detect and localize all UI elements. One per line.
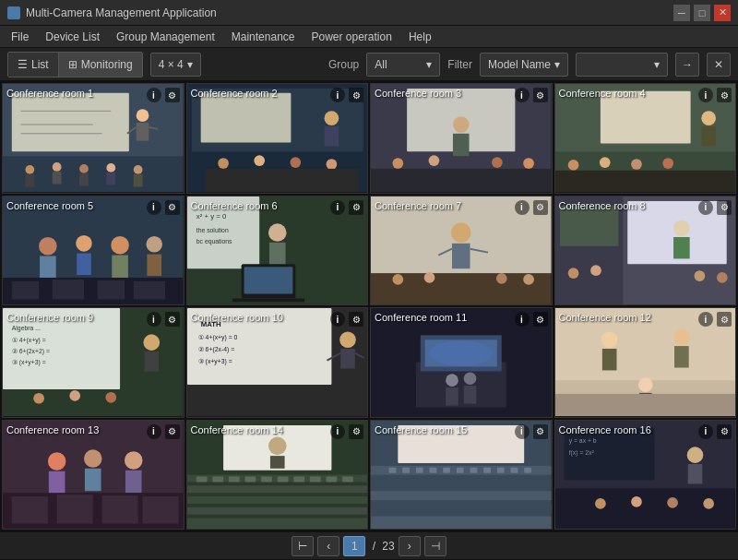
maximize-button[interactable]: □ <box>694 5 710 21</box>
svg-rect-15 <box>25 174 34 187</box>
camera-info-button-7[interactable]: i <box>515 200 530 215</box>
camera-cell-7[interactable]: Conference room 7i⚙ <box>370 196 553 306</box>
page-total: 23 <box>382 540 394 553</box>
svg-rect-51 <box>40 256 56 278</box>
camera-gear-button-2[interactable]: ⚙ <box>349 88 363 102</box>
camera-cell-4[interactable]: Conference room 4i⚙ <box>554 83 737 194</box>
camera-gear-button-4[interactable]: ⚙ <box>717 88 732 102</box>
svg-rect-143 <box>102 495 138 523</box>
camera-gear-button-13[interactable]: ⚙ <box>165 424 180 439</box>
filter-select[interactable]: Model Name ▾ <box>480 53 568 77</box>
svg-rect-167 <box>371 491 551 500</box>
svg-point-82 <box>496 273 507 284</box>
svg-point-128 <box>673 328 690 345</box>
camera-gear-button-8[interactable]: ⚙ <box>717 200 732 215</box>
svg-point-35 <box>429 155 440 166</box>
camera-gear-button-11[interactable]: ⚙ <box>533 312 548 327</box>
camera-cell-5[interactable]: Conference room 5i⚙ <box>2 196 184 306</box>
camera-gear-button-3[interactable]: ⚙ <box>533 88 548 102</box>
svg-rect-127 <box>601 349 616 370</box>
camera-cell-15[interactable]: Conference room 15i⚙ <box>370 420 553 530</box>
camera-cell-1[interactable]: Conference room 1i⚙ <box>2 83 184 194</box>
camera-info-button-16[interactable]: i <box>698 424 713 439</box>
camera-cell-3[interactable]: Conference room 3i⚙ <box>370 83 553 194</box>
camera-gear-button-9[interactable]: ⚙ <box>165 312 180 327</box>
camera-info-button-13[interactable]: i <box>147 424 161 439</box>
svg-rect-17 <box>79 173 89 186</box>
svg-point-12 <box>79 164 89 173</box>
camera-cell-13[interactable]: Conference room 13i⚙ <box>2 420 184 530</box>
camera-cell-11[interactable]: Conference room 11i⚙ <box>370 307 553 418</box>
menu-item-menu-power-op[interactable]: Power operation <box>304 29 399 45</box>
camera-info-button-14[interactable]: i <box>330 424 345 439</box>
camera-gear-button-1[interactable]: ⚙ <box>165 88 180 102</box>
camera-info-button-8[interactable]: i <box>698 200 713 215</box>
camera-info-button-4[interactable]: i <box>698 88 713 102</box>
page-number-button[interactable]: 1 <box>343 536 365 556</box>
svg-point-56 <box>146 236 162 253</box>
page-next-button[interactable]: › <box>399 536 421 556</box>
camera-info-button-6[interactable]: i <box>330 200 345 215</box>
camera-info-button-11[interactable]: i <box>515 312 530 327</box>
camera-gear-button-7[interactable]: ⚙ <box>533 200 548 215</box>
page-prev-button[interactable]: ‹ <box>317 536 339 556</box>
svg-text:f(x) = 2x²: f(x) = 2x² <box>568 449 594 457</box>
svg-rect-169 <box>371 516 551 529</box>
camera-label-15: Conference room 15 <box>375 424 467 435</box>
monitoring-view-button[interactable]: ⊞ Monitoring <box>59 53 142 77</box>
camera-cell-6[interactable]: x² + y = 0 the solution bc equations Con… <box>186 196 369 306</box>
camera-info-button-2[interactable]: i <box>330 88 345 102</box>
camera-info-button-15[interactable]: i <box>515 424 530 439</box>
camera-info-button-12[interactable]: i <box>698 312 713 327</box>
svg-rect-142 <box>57 494 93 523</box>
camera-cell-14[interactable]: Conference room 14i⚙ <box>186 420 369 530</box>
camera-info-button-1[interactable]: i <box>147 88 161 102</box>
camera-cell-9[interactable]: Algebra ... ① 4+(x+y) = ② 6+(2x+2) = ③ (… <box>2 307 184 418</box>
camera-gear-button-5[interactable]: ⚙ <box>165 200 180 215</box>
minimize-button[interactable]: ─ <box>673 5 690 21</box>
camera-info-button-3[interactable]: i <box>515 88 530 102</box>
filter-go-button[interactable]: → <box>675 53 699 77</box>
camera-cell-8[interactable]: Conference room 8i⚙ <box>554 196 737 306</box>
grid-size-select[interactable]: 4 × 4 ▾ <box>150 53 201 77</box>
camera-cell-12[interactable]: Conference room 12i⚙ <box>554 307 737 418</box>
svg-point-190 <box>631 496 642 507</box>
filter-close-button[interactable]: ✕ <box>707 53 731 77</box>
filter2-select[interactable]: ▾ <box>576 53 668 77</box>
group-select[interactable]: All ▾ <box>366 53 440 77</box>
camera-gear-button-15[interactable]: ⚙ <box>533 424 548 439</box>
svg-rect-135 <box>49 471 65 493</box>
menu-item-menu-group-mgmt[interactable]: Group Management <box>109 29 222 45</box>
camera-info-button-9[interactable]: i <box>147 312 161 327</box>
camera-gear-button-10[interactable]: ⚙ <box>349 312 363 327</box>
camera-gear-button-12[interactable]: ⚙ <box>717 312 732 327</box>
camera-label-1: Conference room 1 <box>6 88 93 99</box>
camera-cell-2[interactable]: Conference room 2i⚙ <box>186 83 369 194</box>
camera-info-button-10[interactable]: i <box>330 312 345 327</box>
group-value: All <box>375 58 387 71</box>
camera-cell-10[interactable]: MATH ① 4+(x+y) = 0 ② 6+(2x-4) = ③ (x+y+3… <box>186 307 369 418</box>
list-view-button[interactable]: ☰ List <box>8 53 59 77</box>
svg-point-26 <box>254 155 265 166</box>
close-window-button[interactable]: ✕ <box>714 5 731 21</box>
camera-label-2: Conference room 2 <box>191 88 278 99</box>
camera-cell-16[interactable]: y = ax + b f(x) = 2x² Conference room 16… <box>554 420 737 530</box>
camera-label-10: Conference room 10 <box>191 312 283 323</box>
menu-item-menu-device-list[interactable]: Device List <box>38 29 107 45</box>
svg-rect-171 <box>402 467 410 472</box>
menu-item-menu-maintenance[interactable]: Maintenance <box>224 29 303 45</box>
page-first-button[interactable]: ⊢ <box>292 536 314 556</box>
page-last-button[interactable]: ⊣ <box>424 536 446 556</box>
camera-gear-button-16[interactable]: ⚙ <box>717 424 732 439</box>
svg-text:x² + y = 0: x² + y = 0 <box>196 212 226 220</box>
title-bar-controls: ─ □ ✕ <box>673 5 731 21</box>
grid-size-arrow: ▾ <box>187 58 193 71</box>
camera-gear-button-6[interactable]: ⚙ <box>349 200 363 215</box>
camera-gear-button-14[interactable]: ⚙ <box>349 424 363 439</box>
svg-point-46 <box>631 159 642 170</box>
camera-info-button-5[interactable]: i <box>147 200 161 215</box>
menu-item-menu-file[interactable]: File <box>4 29 36 45</box>
svg-point-126 <box>601 331 617 348</box>
menu-item-menu-help[interactable]: Help <box>401 29 439 45</box>
camera-label-9: Conference room 9 <box>6 312 93 323</box>
